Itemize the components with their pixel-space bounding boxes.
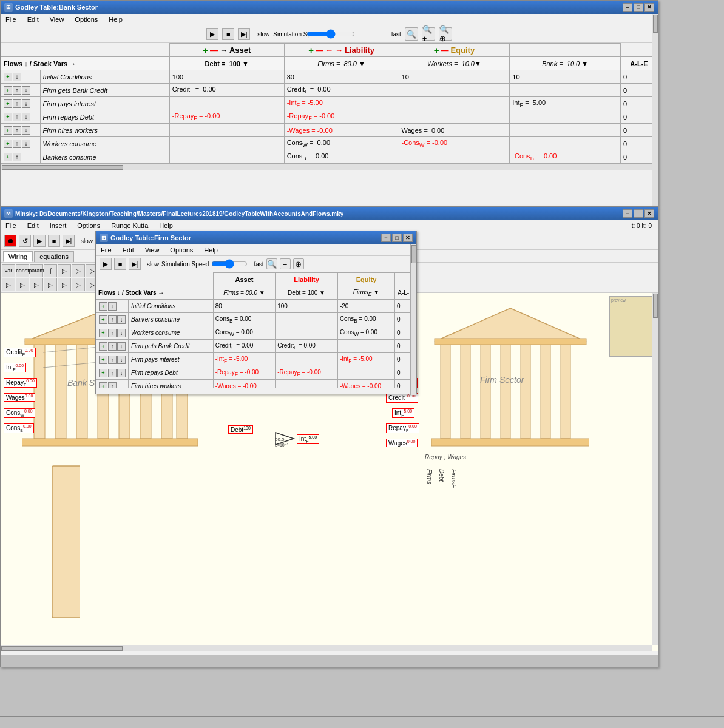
minsky-menu-file[interactable]: File: [3, 221, 19, 231]
sym1[interactable]: ▷: [58, 264, 71, 277]
record-button[interactable]: ⏺: [4, 235, 16, 247]
menu-help[interactable]: Help: [106, 15, 125, 24]
firms-credit: CreditF = 0.00: [284, 84, 399, 97]
stop-button[interactable]: ■: [222, 28, 234, 40]
row-up-button[interactable]: ↑: [13, 99, 21, 108]
firm-zoom-out[interactable]: 🔍: [266, 258, 277, 269]
workers-column-header: Workers = 10.0▼: [399, 57, 510, 70]
minsky-menu-help[interactable]: Help: [157, 221, 175, 231]
integral-button[interactable]: ∫: [44, 264, 57, 277]
firm-zoom-in[interactable]: +: [280, 258, 291, 269]
minsky-menu-options[interactable]: Options: [75, 221, 103, 231]
firm-zoom-reset[interactable]: ⊕: [293, 258, 304, 269]
wages-left-box[interactable]: Wages0.00: [4, 393, 35, 402]
row-down-button[interactable]: ↓: [22, 86, 30, 95]
add-row-button[interactable]: +: [4, 113, 12, 121]
firm-repay-equity: [337, 366, 394, 380]
const-button[interactable]: const: [16, 264, 29, 277]
menu-view[interactable]: View: [47, 15, 67, 24]
firm-menu-help[interactable]: Help: [201, 246, 220, 254]
intF-int-box[interactable]: IntF5.00: [297, 434, 319, 444]
row-down-button[interactable]: ↓: [22, 113, 30, 121]
firm-workers-consume-label: Workers consume: [129, 326, 214, 340]
firm-close[interactable]: ✕: [403, 234, 413, 242]
repayF-right-box[interactable]: RepayF0.00: [386, 423, 419, 433]
equity-label: Equity: [450, 46, 475, 55]
sym2[interactable]: ▷: [72, 264, 85, 277]
add-row-button[interactable]: +: [4, 99, 12, 108]
sym24[interactable]: ▷: [58, 278, 71, 291]
zoom-out-button[interactable]: 🔍: [405, 27, 418, 41]
minsky-step-button[interactable]: ▶|: [63, 235, 75, 247]
row-down-button[interactable]: ↓: [22, 126, 30, 135]
row-up-button[interactable]: ↑: [13, 153, 21, 161]
firm-scrollbar-v[interactable]: [410, 244, 416, 395]
firm-play[interactable]: ▶: [100, 258, 112, 270]
row-down-button[interactable]: ↓: [22, 140, 30, 148]
add-row-button[interactable]: +: [4, 140, 12, 148]
tab-wiring[interactable]: Wiring: [3, 251, 33, 262]
firm-menu-options[interactable]: Options: [167, 246, 195, 254]
minsky-menu-insert[interactable]: Insert: [47, 221, 69, 231]
zoom-reset-button[interactable]: 🔍⊕: [439, 27, 452, 41]
svg-rect-20: [431, 439, 589, 446]
row-down-button[interactable]: ↓: [13, 73, 21, 81]
menu-options[interactable]: Options: [72, 15, 100, 24]
play-button[interactable]: ▶: [206, 28, 218, 40]
add-row-button[interactable]: +: [4, 73, 12, 81]
firm-menu-view[interactable]: View: [143, 246, 162, 254]
diagram-scrollbar-h[interactable]: [1, 645, 652, 651]
step-button[interactable]: ▶|: [238, 28, 250, 40]
maximize-button[interactable]: □: [634, 3, 643, 12]
sym22[interactable]: ▷: [30, 278, 43, 291]
minsky-menu-runge[interactable]: Runge Kutta: [109, 221, 151, 231]
add-row-button[interactable]: +: [4, 86, 12, 95]
add-row-button[interactable]: +: [4, 153, 12, 161]
firm-stop[interactable]: ■: [114, 258, 126, 270]
consB-left-box[interactable]: ConsB0.00: [4, 423, 34, 433]
speed-slider[interactable]: [306, 30, 355, 38]
debt-center-box[interactable]: Debt100: [228, 425, 253, 434]
sym23[interactable]: ▷: [44, 278, 57, 291]
minsky-maximize[interactable]: □: [634, 209, 643, 218]
creditF-left-box[interactable]: CreditF0.00: [4, 348, 36, 357]
firm-minimize[interactable]: −: [381, 234, 391, 242]
consW-left-box[interactable]: ConsW0.00: [4, 408, 35, 418]
sym20[interactable]: ▷: [2, 278, 15, 291]
firm-step[interactable]: ▶|: [129, 258, 141, 270]
firm-menu-edit[interactable]: Edit: [120, 246, 137, 254]
diagram-scrollbar-v[interactable]: [652, 293, 658, 645]
row-up-button[interactable]: ↑: [13, 126, 21, 135]
minsky-close[interactable]: ✕: [644, 209, 654, 218]
row-up-button[interactable]: ↑: [13, 113, 21, 121]
sym21[interactable]: ▷: [16, 278, 29, 291]
repayF-left-box[interactable]: RepayF0.00: [4, 378, 37, 388]
minsky-play-button[interactable]: ▶: [33, 235, 46, 247]
bank-godley-table: + — → Asset + — ← → Liability: [1, 43, 658, 164]
menu-file[interactable]: File: [3, 15, 19, 24]
reset-button[interactable]: ↺: [19, 235, 31, 247]
wages-right-box[interactable]: Wages0.00: [386, 439, 418, 447]
tab-equations[interactable]: equations: [34, 251, 74, 262]
firm-maximize[interactable]: □: [392, 234, 402, 242]
minsky-minimize[interactable]: −: [623, 209, 632, 218]
bank-godley-icon[interactable]: Debt Firms Workers Bank: [34, 463, 80, 633]
minsky-menu-edit[interactable]: Edit: [25, 221, 41, 231]
firm-menu-file[interactable]: File: [98, 246, 114, 254]
firm-speed-slider[interactable]: [211, 259, 248, 269]
minsky-stop-button[interactable]: ■: [48, 235, 60, 247]
vertical-scrollbar[interactable]: [652, 14, 658, 207]
param-button[interactable]: param: [30, 264, 43, 277]
row-up-button[interactable]: ↑: [13, 86, 21, 95]
close-button[interactable]: ✕: [644, 3, 654, 12]
intF-right-box[interactable]: IntF5.00: [392, 408, 414, 418]
row-up-button[interactable]: ↑: [13, 140, 21, 148]
row-down-button[interactable]: ↓: [22, 99, 30, 108]
sym25[interactable]: ▷: [72, 278, 85, 291]
zoom-in-button[interactable]: 🔍+: [422, 27, 435, 41]
var-button[interactable]: var: [2, 264, 15, 277]
minimize-button[interactable]: −: [623, 3, 632, 12]
menu-edit[interactable]: Edit: [25, 15, 41, 24]
add-row-button[interactable]: +: [4, 126, 12, 135]
intF-left-box[interactable]: IntF0.00: [4, 363, 26, 372]
